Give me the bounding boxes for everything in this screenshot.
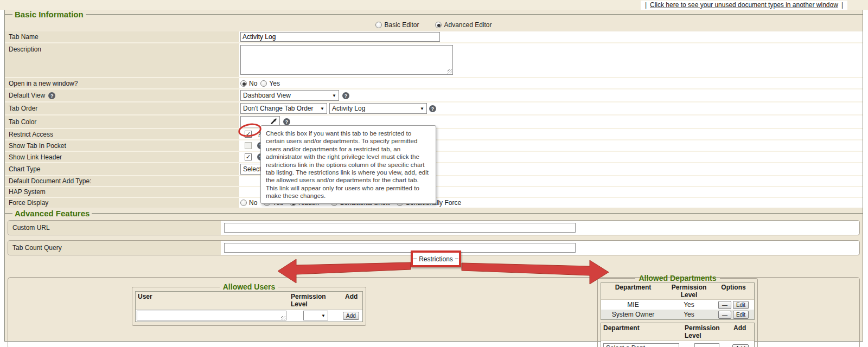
no-label: No (249, 80, 257, 87)
radio-icon[interactable] (375, 22, 382, 28)
add-department-table: Department Permission Level Add Select a… (601, 323, 755, 347)
edit-department-button[interactable]: Edit (733, 311, 749, 319)
custom-url-row: Custom URL (8, 220, 860, 235)
unused-document-types-link[interactable]: Click here to see your unused document t… (650, 1, 838, 9)
department-name: System Owner (601, 311, 665, 318)
user-search-input[interactable] (137, 311, 286, 320)
permission-level-column-header: Permission Level (682, 323, 731, 340)
tab-order-mode-value: Don't Change Tab Order (243, 105, 313, 112)
description-label: Description (5, 43, 239, 77)
edit-department-button[interactable]: Edit (733, 301, 749, 309)
department-select[interactable]: Select a Dept ▼ (603, 343, 679, 347)
radio-icon[interactable] (260, 80, 267, 87)
option-label: No (249, 199, 257, 207)
basic-editor-label: Basic Editor (384, 21, 419, 29)
help-icon[interactable]: ? (283, 118, 290, 125)
department-select-value: Select a Dept (606, 344, 645, 347)
remove-department-button[interactable]: — (718, 301, 731, 309)
custom-url-input[interactable] (224, 223, 576, 233)
tab-order-target-select[interactable]: Activity Log ▼ (329, 103, 427, 114)
user-permission-select[interactable]: ▼ (303, 311, 328, 320)
chevron-down-icon: ▼ (320, 106, 324, 111)
open-new-window-yes-radio[interactable]: Yes (260, 80, 280, 87)
radio-icon[interactable] (240, 200, 247, 206)
custom-url-label: Custom URL (8, 221, 221, 235)
allowed-departments-legend: Allowed Departments (635, 274, 719, 282)
options-column-header: Options (713, 283, 754, 299)
unused-doc-types-link-wrap: | Click here to see your unused document… (641, 1, 847, 10)
department-column-header: Department (601, 323, 682, 340)
open-new-window-no-radio[interactable]: No (240, 80, 257, 87)
resize-grip-icon[interactable] (448, 69, 452, 74)
chevron-down-icon: ▼ (321, 313, 326, 318)
restrict-access-label: Restrict Access (5, 129, 239, 139)
radio-selected-icon[interactable] (240, 80, 247, 87)
force-display-no-radio[interactable]: No (240, 199, 257, 207)
resize-grip-icon[interactable] (281, 316, 285, 320)
top-bar: | Click here to see your unused document… (0, 0, 868, 10)
radio-selected-icon[interactable] (435, 22, 442, 28)
basic-editor-radio[interactable]: Basic Editor (375, 21, 419, 29)
chevron-down-icon: ▼ (420, 106, 424, 111)
allowed-users-fieldset: Allowed Users User Permission Level Add (132, 282, 366, 326)
remove-department-button[interactable]: — (718, 311, 731, 319)
description-textarea[interactable] (240, 45, 453, 75)
add-column-header: Add (731, 323, 754, 340)
tab-order-row: Tab Order Don't Change Tab Order ▼ Activ… (5, 102, 863, 115)
tab-name-label: Tab Name (5, 31, 239, 42)
show-link-header-checkbox[interactable]: ✓ (245, 153, 252, 160)
allowed-departments-header-row: Department Permission Level Options (601, 283, 754, 300)
default-view-select[interactable]: Dashboard View ▼ (240, 90, 339, 101)
help-icon[interactable]: ? (342, 92, 349, 99)
add-department-header-row: Department Permission Level Add (601, 323, 754, 341)
tab-count-query-input[interactable] (224, 243, 576, 253)
tab-order-mode-select[interactable]: Don't Change Tab Order ▼ (240, 103, 327, 114)
allowed-users-legend: Allowed Users (220, 282, 278, 291)
help-icon[interactable]: ? (429, 105, 436, 112)
restrictions-callout: Restrictions (411, 250, 461, 267)
editor-mode-row: Basic Editor Advanced Editor (5, 20, 863, 30)
advanced-editor-label: Advanced Editor (444, 21, 492, 29)
add-department-input-row: Select a Dept ▼ ▼ Add (601, 341, 754, 347)
link-delimiter: | (645, 1, 647, 9)
department-name: MIE (601, 301, 665, 309)
help-icon[interactable]: ? (48, 92, 55, 99)
tab-count-query-label: Tab Count Query (8, 241, 221, 255)
restrict-access-checkbox[interactable]: ✓ (245, 131, 252, 138)
link-delimiter: | (841, 1, 843, 9)
permission-level-column-header: Permission Level (665, 283, 713, 299)
department-row-mie: MIE Yes — Edit (601, 300, 754, 310)
tab-order-target-value: Activity Log (332, 105, 365, 112)
permission-value: Yes (665, 311, 713, 318)
restrict-access-tooltip: Check this box if you want this tab to b… (260, 125, 436, 204)
restrictions-callout-label: Restrictions (419, 255, 453, 263)
open-new-window-row: Open in a new window? No Yes (5, 78, 863, 89)
force-display-label: Force Display (5, 198, 239, 208)
eyedropper-icon[interactable] (270, 118, 277, 125)
allowed-departments-table: Department Permission Level Options MIE … (601, 282, 755, 320)
tab-color-label: Tab Color (5, 115, 239, 128)
add-column-header: Add (343, 292, 362, 309)
department-row-system-owner: System Owner Yes — Edit (601, 310, 754, 319)
allowed-users-input-row: ▼ Add (136, 310, 362, 322)
add-department-button[interactable]: Add (732, 344, 749, 347)
tab-name-input[interactable] (240, 32, 440, 42)
restrictions-panel: Allowed Users User Permission Level Add (8, 277, 860, 347)
yes-label: Yes (269, 80, 280, 87)
show-tab-in-pocket-checkbox[interactable] (245, 142, 252, 149)
hap-system-label: HAP System (5, 187, 239, 197)
chart-type-label: Chart Type (5, 163, 239, 175)
department-permission-select[interactable]: ▼ (694, 343, 719, 347)
description-row: Description (5, 43, 863, 78)
dash-decoration (413, 259, 417, 259)
chart-type-value: Select (243, 165, 261, 173)
user-column-header: User (136, 292, 289, 309)
advanced-features-legend: Advanced Features (12, 209, 92, 218)
advanced-editor-radio[interactable]: Advanced Editor (435, 21, 492, 29)
default-view-value: Dashboard View (243, 92, 291, 99)
permission-level-column-header: Permission Level (289, 292, 343, 309)
add-user-button[interactable]: Add (343, 312, 359, 320)
open-new-window-label: Open in a new window? (5, 78, 239, 88)
tab-order-label: Tab Order (5, 102, 239, 114)
allowed-users-header-row: User Permission Level Add (136, 292, 362, 310)
